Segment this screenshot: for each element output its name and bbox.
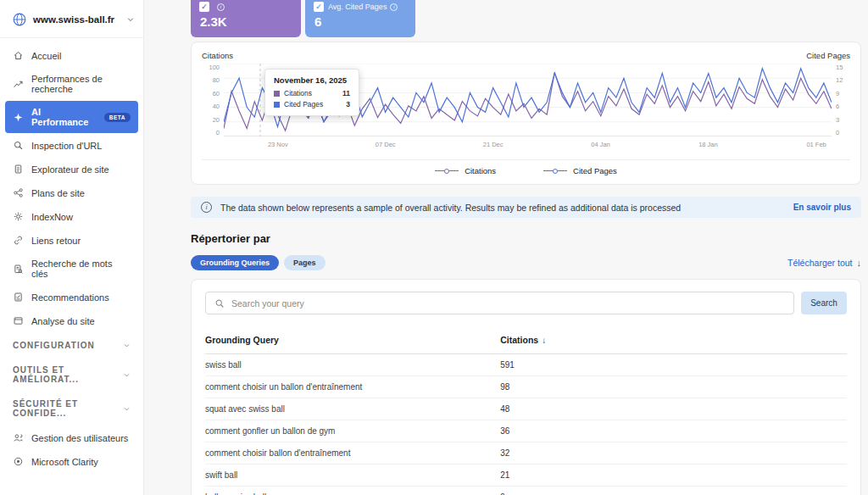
sidebar-item-ai-performance[interactable]: AI Performance BETA	[5, 101, 138, 133]
ai-sparkle-icon	[13, 112, 24, 123]
sidebar-item-label: Plans de site	[31, 188, 85, 198]
tabs-row: Grounding Queries Pages Télécharger tout…	[191, 255, 861, 270]
citations-cell: 591	[500, 360, 847, 370]
citations-cell: 32	[500, 448, 847, 458]
beta-badge: BETA	[104, 113, 131, 122]
metric-card-avg-cited-pages[interactable]: ✓ Avg. Cited Pages i 6	[305, 0, 415, 37]
line-marker-icon	[543, 169, 567, 174]
tab-pages[interactable]: Pages	[284, 255, 326, 270]
metric-card-label: i	[214, 3, 225, 11]
sidebar-item-gestion-utilisateurs[interactable]: Gestion des utilisateurs	[5, 426, 138, 449]
checkbox-checked-icon[interactable]: ✓	[199, 2, 209, 12]
sidebar-item-label: Analyse du site	[31, 316, 95, 326]
info-circle-icon: i	[217, 3, 225, 11]
left-axis-ticks: 100806040200	[202, 64, 224, 136]
left-axis-title: Citations	[202, 51, 233, 60]
sidebar-item-accueil[interactable]: Accueil	[5, 44, 138, 67]
sidebar-item-performances-de-recherche[interactable]: Performances de recherche	[5, 68, 138, 100]
main-content: ✓ i 2.3K ✓ Avg. Cited Pages i 6 Citation…	[144, 0, 868, 495]
sidebar-item-recommendations[interactable]: Recommendations	[5, 286, 138, 309]
learn-more-link[interactable]: En savoir plus	[793, 203, 851, 212]
download-all-link[interactable]: Télécharger tout ↓	[787, 258, 861, 268]
sidebar-item-label: Gestion des utilisateurs	[31, 433, 128, 443]
chart-legend: Citations Cited Pages	[202, 159, 850, 179]
info-circle-icon: i	[390, 3, 398, 11]
sidebar-item-analyse-du-site[interactable]: Analyse du site	[5, 309, 138, 332]
sidebar-item-label: IndexNow	[31, 212, 73, 222]
search-box[interactable]	[205, 292, 794, 314]
metric-cards: ✓ i 2.3K ✓ Avg. Cited Pages i 6	[191, 0, 861, 37]
chart-tooltip: November 16, 2025 Citations 11 Cited Pag…	[264, 69, 359, 116]
sidebar-item-inspection-url[interactable]: Inspection d'URL	[5, 134, 138, 157]
sidebar-item-label: Microsoft Clarity	[31, 457, 98, 467]
query-cell: comment gonfler un ballon de gym	[205, 426, 500, 436]
magnifier-icon	[13, 140, 24, 151]
sidebar-item-indexnow[interactable]: IndexNow	[5, 205, 138, 228]
query-cell: comment choisir ballon d'entraînement	[205, 448, 500, 458]
table-row: comment choisir ballon d'entraînement 32	[205, 442, 847, 464]
search-button[interactable]: Search	[801, 292, 847, 314]
citations-cell: 21	[500, 470, 847, 480]
users-icon	[13, 432, 24, 443]
chevron-down-icon	[123, 405, 131, 413]
home-icon	[13, 50, 24, 61]
line-marker-icon	[435, 169, 459, 174]
chevron-down-icon	[123, 371, 131, 379]
sidebar-item-label: Performances de recherche	[31, 74, 131, 94]
site-name: www.swiss-ball.fr	[33, 14, 120, 25]
link-chain-icon	[13, 235, 24, 246]
table-row: ballon swiss ball 9	[205, 487, 847, 495]
sidebar-item-liens-retour[interactable]: Liens retour	[5, 229, 138, 252]
section-label: CONFIGURATION	[13, 341, 95, 350]
right-axis-ticks: 15129630	[832, 64, 850, 136]
document-icon	[13, 164, 24, 175]
sidebar-section-outils[interactable]: OUTILS ET AMÉLIORAT...	[0, 358, 143, 392]
x-axis-labels: 23 Nov 07 Dec 21 Dec 04 Jan 18 Jan 01 Fe…	[224, 139, 832, 153]
sidebar-item-microsoft-clarity[interactable]: Microsoft Clarity	[5, 450, 138, 473]
sidebar-section-configuration[interactable]: CONFIGURATION	[0, 333, 143, 358]
document-search-icon	[13, 264, 24, 275]
clarity-logo-icon	[13, 456, 24, 467]
info-banner: i The data shown below represents a samp…	[191, 197, 861, 218]
table-header: Grounding Query Citations ↓	[205, 328, 847, 354]
table-row: swiss ball 591	[205, 354, 847, 376]
sidebar-item-label: Recherche de mots clés	[31, 259, 131, 279]
query-cell: swift ball	[205, 470, 500, 480]
chart-card: Citations Cited Pages 100806040200 Novem…	[191, 42, 861, 185]
query-cell: squat avec swiss ball	[205, 404, 500, 414]
table-row: squat avec swiss ball 48	[205, 398, 847, 420]
column-citations-sort[interactable]: Citations ↓	[500, 335, 847, 345]
table-row: comment choisir un ballon d'entraînement…	[205, 376, 847, 398]
cited-pages-swatch-icon	[274, 102, 280, 108]
legend-cited-pages[interactable]: Cited Pages	[543, 166, 617, 175]
chevron-down-icon	[123, 342, 131, 349]
citations-swatch-icon	[274, 91, 280, 97]
table-row: swift ball 21	[205, 464, 847, 487]
queries-table-card: Search Grounding Query Citations ↓ swiss…	[191, 279, 861, 495]
sidebar-item-explorateur-de-site[interactable]: Explorateur de site	[5, 158, 138, 181]
tab-grounding-queries[interactable]: Grounding Queries	[191, 255, 279, 270]
site-switcher[interactable]: www.swiss-ball.fr	[0, 0, 143, 38]
search-input[interactable]	[231, 298, 785, 309]
section-label: SÉCURITÉ ET CONFIDE...	[13, 399, 123, 418]
sidebar-item-recherche-mots-cles[interactable]: Recherche de mots clés	[5, 253, 138, 285]
legend-citations[interactable]: Citations	[435, 166, 496, 175]
banner-text: The data shown below represents a sample…	[220, 203, 681, 213]
citations-cell: 98	[500, 382, 847, 392]
sidebar-nav: Accueil Performances de recherche AI Per…	[0, 38, 143, 474]
section-title: Répertorier par	[191, 232, 861, 245]
arrow-down-icon: ↓	[857, 258, 862, 268]
column-grounding-query: Grounding Query	[205, 335, 500, 345]
sidebar-item-plans-de-site[interactable]: Plans de site	[5, 181, 138, 204]
sidebar-item-label: Accueil	[31, 51, 61, 61]
search-icon	[214, 298, 225, 309]
table-row: comment gonfler un ballon de gym 36	[205, 420, 847, 442]
checkbox-checked-icon[interactable]: ✓	[314, 2, 324, 12]
query-cell: comment choisir un ballon d'entraînement	[205, 382, 500, 392]
sidebar-section-securite[interactable]: SÉCURITÉ ET CONFIDE...	[0, 392, 143, 425]
section-label: OUTILS ET AMÉLIORAT...	[13, 365, 123, 384]
metric-card-citations[interactable]: ✓ i 2.3K	[191, 0, 301, 37]
line-chart[interactable]: November 16, 2025 Citations 11 Cited Pag…	[224, 64, 832, 136]
citations-cell: 48	[500, 404, 847, 414]
query-cell: swiss ball	[205, 360, 500, 370]
